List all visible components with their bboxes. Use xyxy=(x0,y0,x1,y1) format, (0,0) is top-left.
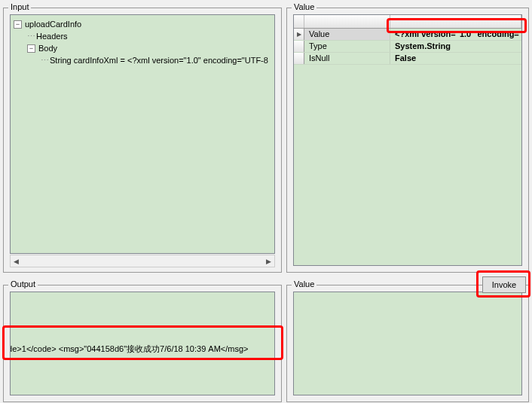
tree-line-icon: ⋯ xyxy=(41,54,48,66)
grid-key: Type xyxy=(304,41,390,52)
row-marker-icon: ▶ xyxy=(294,29,304,40)
output-content[interactable]: ode>1</code> <msg>"044158d6"接收成功7/6/18 1… xyxy=(10,292,275,395)
value-grid[interactable]: ▶ Value <?xml version="1.0" encoding= Ty… xyxy=(293,14,522,266)
horizontal-scrollbar[interactable]: ◀ ▶ xyxy=(10,255,275,267)
output-panel: Output ode>1</code> <msg>"044158d6"接收成功7… xyxy=(3,285,282,402)
collapse-icon[interactable]: − xyxy=(27,44,35,53)
grid-val[interactable]: <?xml version="1.0" encoding= xyxy=(390,29,521,40)
input-tree[interactable]: − uploadCardInfo ⋯ Headers − Body ⋯ Stri… xyxy=(10,14,275,254)
scroll-left-icon[interactable]: ◀ xyxy=(11,255,22,267)
value-bottom-label: Value xyxy=(292,279,316,289)
tree-node-headers[interactable]: ⋯ Headers xyxy=(14,30,271,42)
tree-node-label: uploadCardInfo xyxy=(25,18,81,30)
grid-header xyxy=(294,15,521,29)
invoke-button[interactable]: Invoke xyxy=(482,276,526,293)
tree-line-icon: ⋯ xyxy=(27,30,35,42)
grid-row[interactable]: Type System.String xyxy=(294,41,521,53)
output-label: Output xyxy=(8,279,38,289)
input-label: Input xyxy=(8,2,31,11)
tree-node-arg[interactable]: ⋯ String cardInfoXml = <?xml version="1.… xyxy=(14,54,271,66)
grid-val[interactable]: System.String xyxy=(390,41,521,52)
grid-val[interactable]: False xyxy=(390,53,521,64)
value-top-panel: Value ▶ Value <?xml version="1.0" encodi… xyxy=(286,8,529,273)
grid-key: Value xyxy=(304,29,390,40)
tree-node-root[interactable]: − uploadCardInfo xyxy=(14,18,271,30)
collapse-icon[interactable]: − xyxy=(14,20,22,29)
grid-row[interactable]: IsNull False xyxy=(294,53,521,65)
value-top-label: Value xyxy=(292,2,316,11)
output-text: ode>1</code> <msg>"044158d6"接收成功7/6/18 1… xyxy=(10,343,249,355)
grid-key: IsNull xyxy=(304,53,390,64)
tree-node-body[interactable]: − Body xyxy=(14,42,271,54)
tree-node-label: Headers xyxy=(36,30,68,42)
tree-node-label: String cardInfoXml = <?xml version="1.0"… xyxy=(50,54,268,66)
tree-node-label: Body xyxy=(38,42,57,54)
value-bottom-panel: Value xyxy=(286,285,529,402)
scroll-right-icon[interactable]: ▶ xyxy=(263,255,274,267)
input-panel: Input − uploadCardInfo ⋯ Headers − Body … xyxy=(3,8,282,273)
grid-row[interactable]: ▶ Value <?xml version="1.0" encoding= xyxy=(294,29,521,41)
value-bottom-content[interactable] xyxy=(293,292,522,395)
